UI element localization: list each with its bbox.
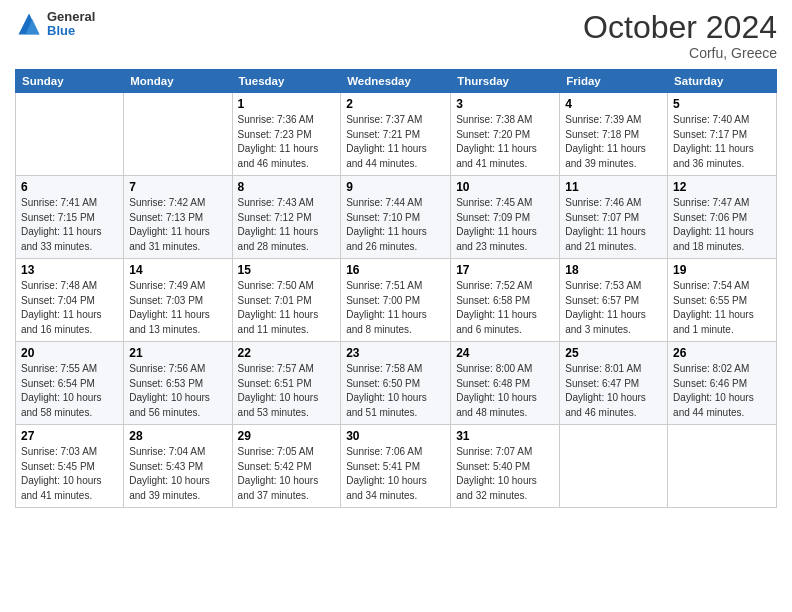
- day-number: 7: [129, 180, 226, 194]
- day-info: Sunset: 6:53 PM: [129, 377, 226, 392]
- day-number: 20: [21, 346, 118, 360]
- table-row: 13Sunrise: 7:48 AMSunset: 7:04 PMDayligh…: [16, 259, 124, 342]
- day-info: Daylight: 10 hours and 32 minutes.: [456, 474, 554, 503]
- day-info: Sunrise: 7:52 AM: [456, 279, 554, 294]
- day-info: Daylight: 11 hours and 46 minutes.: [238, 142, 336, 171]
- day-number: 6: [21, 180, 118, 194]
- table-row: 6Sunrise: 7:41 AMSunset: 7:15 PMDaylight…: [16, 176, 124, 259]
- calendar-week-3: 13Sunrise: 7:48 AMSunset: 7:04 PMDayligh…: [16, 259, 777, 342]
- table-row: 30Sunrise: 7:06 AMSunset: 5:41 PMDayligh…: [341, 425, 451, 508]
- table-row: 3Sunrise: 7:38 AMSunset: 7:20 PMDaylight…: [451, 93, 560, 176]
- table-row: 5Sunrise: 7:40 AMSunset: 7:17 PMDaylight…: [668, 93, 777, 176]
- table-row: 29Sunrise: 7:05 AMSunset: 5:42 PMDayligh…: [232, 425, 341, 508]
- col-friday: Friday: [560, 70, 668, 93]
- day-info: Sunrise: 7:06 AM: [346, 445, 445, 460]
- day-number: 1: [238, 97, 336, 111]
- day-info: Daylight: 11 hours and 33 minutes.: [21, 225, 118, 254]
- day-number: 5: [673, 97, 771, 111]
- day-info: Sunset: 7:03 PM: [129, 294, 226, 309]
- table-row: 28Sunrise: 7:04 AMSunset: 5:43 PMDayligh…: [124, 425, 232, 508]
- day-info: Sunrise: 8:01 AM: [565, 362, 662, 377]
- day-number: 31: [456, 429, 554, 443]
- day-info: Daylight: 11 hours and 31 minutes.: [129, 225, 226, 254]
- table-row: 2Sunrise: 7:37 AMSunset: 7:21 PMDaylight…: [341, 93, 451, 176]
- day-info: Sunset: 6:47 PM: [565, 377, 662, 392]
- day-info: Sunset: 6:51 PM: [238, 377, 336, 392]
- day-info: Daylight: 11 hours and 39 minutes.: [565, 142, 662, 171]
- day-info: Sunset: 7:21 PM: [346, 128, 445, 143]
- month-title: October 2024: [583, 10, 777, 45]
- day-number: 22: [238, 346, 336, 360]
- day-number: 14: [129, 263, 226, 277]
- day-info: Sunrise: 7:42 AM: [129, 196, 226, 211]
- day-number: 9: [346, 180, 445, 194]
- table-row: 17Sunrise: 7:52 AMSunset: 6:58 PMDayligh…: [451, 259, 560, 342]
- day-info: Sunrise: 7:05 AM: [238, 445, 336, 460]
- table-row: 19Sunrise: 7:54 AMSunset: 6:55 PMDayligh…: [668, 259, 777, 342]
- day-info: Sunset: 7:15 PM: [21, 211, 118, 226]
- day-info: Daylight: 10 hours and 37 minutes.: [238, 474, 336, 503]
- day-info: Sunrise: 7:56 AM: [129, 362, 226, 377]
- day-info: Sunset: 6:58 PM: [456, 294, 554, 309]
- logo-text: General Blue: [47, 10, 95, 39]
- day-info: Daylight: 10 hours and 53 minutes.: [238, 391, 336, 420]
- day-info: Sunset: 7:06 PM: [673, 211, 771, 226]
- day-info: Sunset: 6:54 PM: [21, 377, 118, 392]
- day-info: Sunset: 7:17 PM: [673, 128, 771, 143]
- day-info: Sunset: 7:18 PM: [565, 128, 662, 143]
- col-saturday: Saturday: [668, 70, 777, 93]
- calendar-week-4: 20Sunrise: 7:55 AMSunset: 6:54 PMDayligh…: [16, 342, 777, 425]
- day-info: Sunset: 7:07 PM: [565, 211, 662, 226]
- day-number: 4: [565, 97, 662, 111]
- day-number: 30: [346, 429, 445, 443]
- day-info: Sunrise: 7:51 AM: [346, 279, 445, 294]
- day-info: Sunrise: 7:37 AM: [346, 113, 445, 128]
- day-info: Sunrise: 7:03 AM: [21, 445, 118, 460]
- table-row: 20Sunrise: 7:55 AMSunset: 6:54 PMDayligh…: [16, 342, 124, 425]
- calendar-table: Sunday Monday Tuesday Wednesday Thursday…: [15, 69, 777, 508]
- col-thursday: Thursday: [451, 70, 560, 93]
- day-info: Sunrise: 7:54 AM: [673, 279, 771, 294]
- day-number: 29: [238, 429, 336, 443]
- day-info: Sunset: 7:23 PM: [238, 128, 336, 143]
- day-number: 12: [673, 180, 771, 194]
- table-row: 26Sunrise: 8:02 AMSunset: 6:46 PMDayligh…: [668, 342, 777, 425]
- day-info: Sunrise: 7:55 AM: [21, 362, 118, 377]
- day-number: 23: [346, 346, 445, 360]
- day-info: Daylight: 11 hours and 28 minutes.: [238, 225, 336, 254]
- day-info: Sunrise: 7:46 AM: [565, 196, 662, 211]
- logo-icon: [15, 10, 43, 38]
- day-info: Sunset: 7:12 PM: [238, 211, 336, 226]
- day-number: 15: [238, 263, 336, 277]
- day-info: Daylight: 10 hours and 46 minutes.: [565, 391, 662, 420]
- day-number: 16: [346, 263, 445, 277]
- table-row: 9Sunrise: 7:44 AMSunset: 7:10 PMDaylight…: [341, 176, 451, 259]
- day-info: Daylight: 10 hours and 44 minutes.: [673, 391, 771, 420]
- table-row: 1Sunrise: 7:36 AMSunset: 7:23 PMDaylight…: [232, 93, 341, 176]
- day-info: Sunset: 6:57 PM: [565, 294, 662, 309]
- col-monday: Monday: [124, 70, 232, 93]
- day-number: 25: [565, 346, 662, 360]
- table-row: [560, 425, 668, 508]
- day-info: Sunset: 5:43 PM: [129, 460, 226, 475]
- day-info: Daylight: 10 hours and 48 minutes.: [456, 391, 554, 420]
- day-info: Daylight: 10 hours and 34 minutes.: [346, 474, 445, 503]
- col-wednesday: Wednesday: [341, 70, 451, 93]
- day-info: Sunrise: 7:45 AM: [456, 196, 554, 211]
- logo-blue-text: Blue: [47, 24, 95, 38]
- day-info: Sunset: 6:46 PM: [673, 377, 771, 392]
- table-row: 24Sunrise: 8:00 AMSunset: 6:48 PMDayligh…: [451, 342, 560, 425]
- day-info: Daylight: 11 hours and 1 minute.: [673, 308, 771, 337]
- day-info: Sunrise: 7:47 AM: [673, 196, 771, 211]
- day-info: Sunrise: 7:48 AM: [21, 279, 118, 294]
- day-info: Sunset: 7:13 PM: [129, 211, 226, 226]
- table-row: 27Sunrise: 7:03 AMSunset: 5:45 PMDayligh…: [16, 425, 124, 508]
- day-info: Sunrise: 7:44 AM: [346, 196, 445, 211]
- day-info: Daylight: 11 hours and 6 minutes.: [456, 308, 554, 337]
- day-info: Daylight: 11 hours and 26 minutes.: [346, 225, 445, 254]
- day-number: 19: [673, 263, 771, 277]
- day-number: 18: [565, 263, 662, 277]
- calendar-week-5: 27Sunrise: 7:03 AMSunset: 5:45 PMDayligh…: [16, 425, 777, 508]
- day-info: Sunset: 7:09 PM: [456, 211, 554, 226]
- day-info: Sunrise: 8:02 AM: [673, 362, 771, 377]
